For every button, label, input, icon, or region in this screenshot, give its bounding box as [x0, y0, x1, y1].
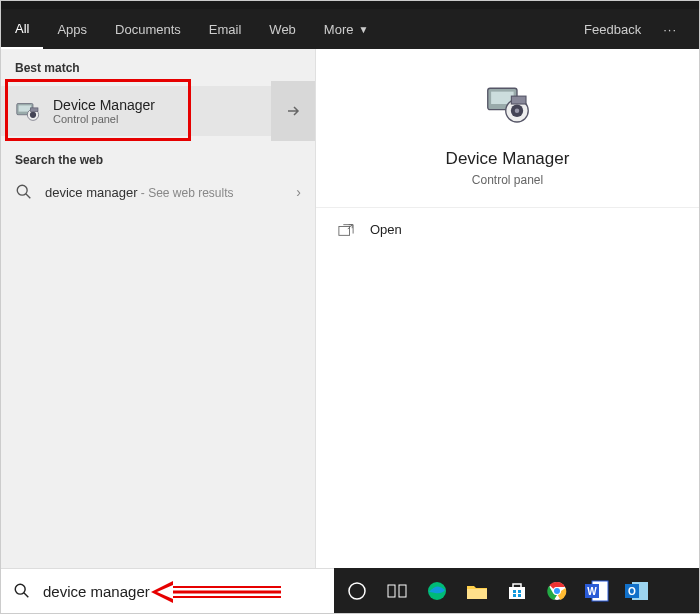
tab-documents[interactable]: Documents	[101, 9, 195, 49]
search-icon	[13, 582, 31, 600]
word-icon: W	[585, 580, 609, 602]
detail-pane: Device Manager Control panel Open	[316, 49, 699, 568]
svg-rect-29	[513, 594, 516, 597]
svg-rect-4	[31, 108, 39, 112]
results-pane: Best match Device Manager Control panel	[1, 49, 316, 568]
folder-icon	[466, 582, 488, 600]
svg-rect-23	[399, 585, 406, 597]
arrow-right-icon	[285, 103, 301, 119]
open-action[interactable]: Open	[316, 208, 699, 251]
web-suffix: - See web results	[138, 186, 234, 200]
outlook-icon: O	[625, 580, 649, 602]
tab-apps[interactable]: Apps	[43, 9, 101, 49]
svg-rect-22	[388, 585, 395, 597]
tab-more-label: More	[324, 22, 354, 37]
svg-text:W: W	[587, 586, 597, 597]
taskbar-edge[interactable]	[420, 574, 454, 608]
detail-subtitle: Control panel	[336, 173, 679, 187]
web-result-text: device manager - See web results	[45, 185, 296, 200]
search-icon	[15, 183, 33, 201]
best-match-title: Device Manager	[53, 97, 155, 113]
svg-rect-26	[509, 587, 525, 599]
taskbar-outlook[interactable]: O	[620, 574, 654, 608]
svg-rect-27	[513, 590, 516, 593]
svg-point-11	[514, 109, 519, 114]
svg-rect-25	[467, 589, 487, 599]
device-manager-large-icon	[481, 77, 535, 131]
svg-line-15	[24, 593, 29, 598]
svg-point-5	[17, 185, 27, 195]
tab-more[interactable]: More ▼	[310, 9, 383, 49]
taskbar: W O	[334, 568, 699, 613]
best-match-result: Device Manager Control panel	[1, 81, 315, 141]
more-options-button[interactable]: ···	[653, 22, 687, 37]
circle-icon	[347, 581, 367, 601]
web-result-item[interactable]: device manager - See web results ›	[1, 173, 315, 211]
detail-title: Device Manager	[336, 149, 679, 169]
svg-point-33	[554, 588, 560, 594]
chrome-icon	[546, 580, 568, 602]
svg-rect-30	[518, 594, 521, 597]
best-match-subtitle: Control panel	[53, 113, 155, 125]
taskview-icon	[387, 583, 407, 599]
device-manager-icon	[13, 96, 43, 126]
feedback-link[interactable]: Feedback	[572, 22, 653, 37]
web-query: device manager	[45, 185, 138, 200]
svg-text:O: O	[628, 586, 636, 597]
open-icon	[338, 223, 354, 237]
taskbar-chrome[interactable]	[540, 574, 574, 608]
svg-point-21	[349, 583, 365, 599]
tab-email[interactable]: Email	[195, 9, 256, 49]
filter-tabs-bar: All Apps Documents Email Web More ▼ Feed…	[1, 9, 699, 49]
search-web-header: Search the web	[1, 141, 315, 173]
edge-icon	[426, 580, 448, 602]
svg-point-3	[30, 112, 36, 118]
best-match-header: Best match	[1, 49, 315, 81]
svg-point-14	[15, 584, 25, 594]
svg-line-6	[26, 194, 31, 199]
svg-rect-13	[339, 226, 350, 235]
svg-rect-12	[511, 96, 526, 104]
best-match-item[interactable]: Device Manager Control panel	[1, 86, 271, 136]
tab-all[interactable]: All	[1, 9, 43, 49]
store-icon	[507, 581, 527, 601]
expand-arrow-button[interactable]	[271, 81, 315, 141]
window-fragment	[1, 1, 699, 9]
tab-web[interactable]: Web	[255, 9, 310, 49]
taskbar-store[interactable]	[500, 574, 534, 608]
taskbar-taskview[interactable]	[380, 574, 414, 608]
search-box[interactable]	[1, 568, 334, 613]
taskbar-cortana[interactable]	[340, 574, 374, 608]
taskbar-explorer[interactable]	[460, 574, 494, 608]
chevron-right-icon: ›	[296, 184, 301, 200]
open-label: Open	[370, 222, 402, 237]
svg-rect-28	[518, 590, 521, 593]
chevron-down-icon: ▼	[358, 24, 368, 35]
taskbar-word[interactable]: W	[580, 574, 614, 608]
search-input[interactable]	[43, 583, 322, 600]
